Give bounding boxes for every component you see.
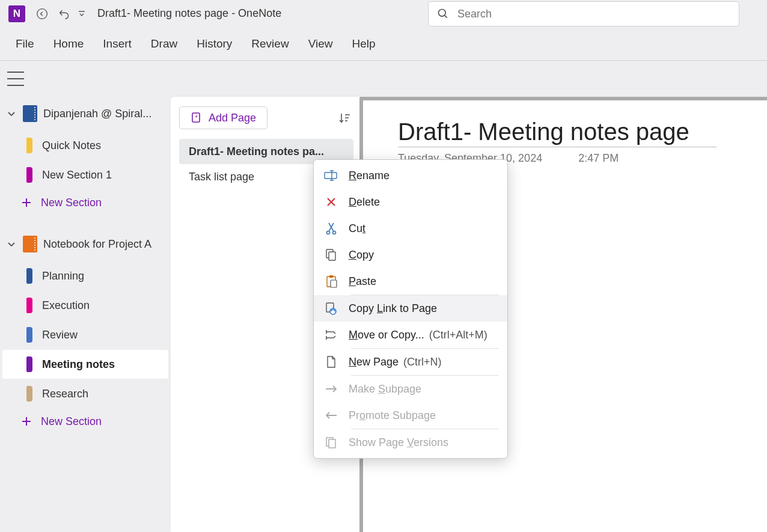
- svg-rect-7: [329, 252, 335, 260]
- section-item[interactable]: Planning: [2, 261, 168, 290]
- app-icon: N: [8, 5, 25, 22]
- ctx-delete[interactable]: Delete: [314, 189, 507, 215]
- ctx-shortcut: (Ctrl+Alt+M): [429, 329, 487, 341]
- section-item[interactable]: Research: [2, 379, 168, 408]
- notebook-header[interactable]: Dipanjenah @ Spiral...: [0, 97, 171, 130]
- plus-icon: [20, 415, 32, 427]
- page-title[interactable]: Draft1- Meeting notes page: [398, 118, 717, 147]
- ribbon-tab-help[interactable]: Help: [352, 37, 375, 50]
- section-item[interactable]: Quick Notes: [2, 131, 168, 160]
- left-arrow-icon: [323, 409, 339, 422]
- page-context-menu: Rename Delete Cut Copy Paste Copy Link t…: [313, 159, 508, 459]
- ctx-label: New Page: [349, 356, 399, 368]
- ctx-label: Delete: [349, 196, 380, 209]
- secondary-toolbar: [0, 61, 767, 97]
- ctx-show-page-versions: Show Page Versions: [314, 429, 507, 456]
- svg-point-1: [439, 10, 446, 17]
- ctx-copy-link-to-page[interactable]: Copy Link to Page: [314, 295, 507, 322]
- section-color-tab: [26, 356, 32, 372]
- section-item[interactable]: Review: [2, 320, 168, 349]
- ctx-new-page[interactable]: New Page (Ctrl+N): [314, 349, 507, 375]
- search-input[interactable]: [457, 8, 730, 20]
- ctx-promote-subpage: Promote Subpage: [314, 402, 507, 429]
- section-color-tab: [26, 327, 32, 343]
- qat-dropdown[interactable]: [75, 10, 89, 18]
- section-label: Planning: [42, 270, 84, 283]
- svg-point-4: [327, 231, 330, 234]
- section-color-tab: [26, 167, 32, 183]
- page-time: 2:47 PM: [578, 152, 619, 165]
- svg-rect-2: [192, 113, 200, 122]
- search-box[interactable]: [428, 1, 739, 26]
- section-item[interactable]: Meeting notes: [2, 350, 168, 379]
- chevron-down-icon: [6, 108, 17, 119]
- ctx-shortcut: (Ctrl+N): [403, 356, 442, 368]
- notebook-icon: [23, 236, 37, 252]
- notebook-header[interactable]: Notebook for Project A: [0, 227, 171, 261]
- ribbon-tab-review[interactable]: Review: [251, 37, 289, 50]
- copy-icon: [323, 248, 339, 261]
- link-icon: [323, 302, 339, 315]
- section-label: Research: [42, 388, 88, 400]
- ctx-move-or-copy-[interactable]: Move or Copy... (Ctrl+Alt+M): [314, 322, 507, 348]
- ctx-label: Copy Link to Page: [349, 302, 437, 315]
- plus-icon: [20, 197, 32, 209]
- ribbon-tab-draw[interactable]: Draw: [151, 37, 177, 50]
- ctx-label: Copy: [349, 249, 374, 261]
- section-color-tab: [26, 268, 32, 284]
- sort-icon: [338, 111, 351, 124]
- svg-point-0: [37, 8, 47, 19]
- ctx-label: Promote Subpage: [349, 409, 436, 422]
- paste-icon: [323, 275, 339, 288]
- ribbon-tab-insert[interactable]: Insert: [103, 37, 132, 50]
- ctx-paste[interactable]: Paste: [314, 268, 507, 295]
- section-item[interactable]: New Section 1: [2, 161, 168, 189]
- rename-icon: [323, 169, 339, 182]
- sort-pages-button[interactable]: [335, 109, 353, 127]
- add-page-icon: [191, 112, 203, 124]
- notebook-group: Notebook for Project APlanningExecutionR…: [0, 227, 171, 408]
- section-label: Meeting notes: [42, 358, 115, 371]
- ribbon-tab-view[interactable]: View: [308, 37, 333, 50]
- right-arrow-icon: [323, 382, 339, 396]
- svg-rect-10: [331, 280, 337, 287]
- section-label: Execution: [42, 299, 90, 312]
- ctx-rename[interactable]: Rename: [314, 162, 507, 189]
- section-label: Review: [42, 329, 78, 341]
- move-icon: [323, 328, 339, 341]
- ribbon-tab-history[interactable]: History: [197, 37, 232, 50]
- window-title: Draft1- Meeting notes page - OneNote: [97, 7, 281, 20]
- chevron-down-icon: [6, 239, 17, 249]
- section-label: Quick Notes: [42, 139, 101, 152]
- ctx-label: Paste: [349, 275, 376, 288]
- back-button[interactable]: [31, 3, 53, 25]
- nav-toggle-button[interactable]: [7, 72, 24, 86]
- section-color-tab: [26, 386, 32, 402]
- ctx-label: Rename: [349, 170, 390, 182]
- svg-rect-9: [329, 275, 333, 278]
- ribbon-tab-home[interactable]: Home: [53, 37, 84, 50]
- new-section-button[interactable]: New Section: [0, 409, 171, 434]
- undo-button[interactable]: [53, 3, 75, 25]
- cut-icon: [323, 222, 339, 235]
- search-icon: [437, 8, 449, 20]
- ctx-label: Make Subpage: [349, 383, 421, 396]
- newpage-icon: [323, 355, 339, 368]
- notebook-name: Dipanjenah @ Spiral...: [43, 108, 151, 120]
- ctx-label: Cut: [349, 222, 365, 235]
- add-page-button[interactable]: Add Page: [179, 106, 267, 129]
- ctx-cut[interactable]: Cut: [314, 215, 507, 242]
- ctx-copy[interactable]: Copy: [314, 242, 507, 268]
- ctx-make-subpage: Make Subpage: [314, 376, 507, 402]
- section-item[interactable]: Execution: [2, 291, 168, 320]
- delete-icon: [323, 195, 339, 209]
- notebook-nav: Dipanjenah @ Spiral...Quick NotesNew Sec…: [0, 97, 171, 532]
- svg-point-5: [333, 231, 336, 234]
- ribbon-tab-file[interactable]: File: [16, 37, 34, 50]
- section-label: New Section 1: [42, 169, 112, 182]
- svg-rect-3: [325, 173, 337, 179]
- new-section-button[interactable]: New Section: [0, 190, 171, 215]
- svg-rect-14: [329, 439, 335, 448]
- notebook-name: Notebook for Project A: [43, 238, 151, 251]
- section-color-tab: [26, 298, 32, 313]
